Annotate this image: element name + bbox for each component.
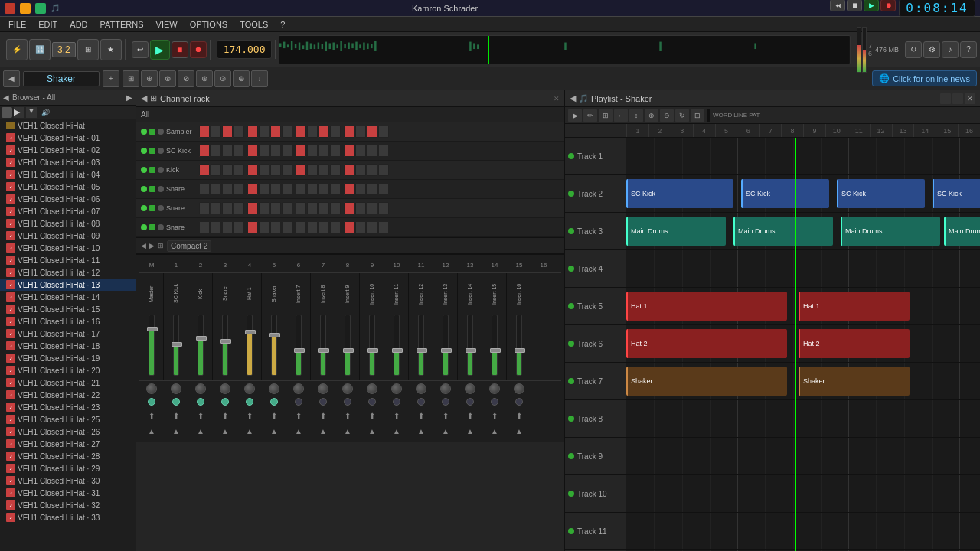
step-btn-steps-snare1-12[interactable] — [344, 183, 354, 195]
step-btn-steps-snare3-11[interactable] — [330, 221, 341, 233]
step-btn-steps-sckick-7[interactable] — [282, 145, 292, 157]
arrow-knob-13[interactable]: ⬆ — [458, 412, 482, 420]
send-dot-10[interactable] — [384, 398, 409, 406]
track-content-10[interactable] — [626, 513, 980, 549]
step-btn-steps-sampler-2[interactable] — [222, 126, 233, 138]
sidebar-item-17[interactable]: ♪VEH1 Closed HiHat · 17 — [0, 328, 136, 340]
send-dot-12[interactable] — [433, 398, 458, 406]
sidebar-tool-3[interactable]: ▼ — [26, 107, 37, 118]
sidebar-tool-2[interactable]: ▶ — [14, 107, 24, 118]
fader-track-14[interactable] — [492, 315, 498, 376]
sidebar-item-30[interactable]: ♪VEH1 Closed HiHat · 31 — [0, 487, 136, 499]
icon-midi[interactable]: ♪ — [942, 41, 959, 58]
send-knob-10[interactable] — [384, 383, 409, 394]
arrow-knob-0[interactable]: ⬆ — [139, 412, 164, 420]
send-knob-5[interactable] — [262, 383, 286, 394]
sidebar-item-22[interactable]: ♪VEH1 Closed HiHat · 22 — [0, 389, 136, 401]
step-btn-steps-sckick-2[interactable] — [222, 145, 233, 157]
sidebar-item-4[interactable]: ♪VEH1 Closed HiHat · 04 — [0, 168, 136, 181]
step-btn-steps-snare1-6[interactable] — [270, 183, 281, 195]
step-btn-steps-snare3-9[interactable] — [307, 221, 318, 233]
step-btn-steps-snare1-10[interactable] — [318, 183, 329, 195]
pattern-block-5-0[interactable]: Hat 2 — [626, 329, 787, 358]
step-btn-steps-snare2-6[interactable] — [270, 202, 281, 214]
send-knob-7[interactable] — [311, 383, 335, 394]
send-knob-4[interactable] — [237, 383, 262, 394]
pattern-block-2-0[interactable]: Main Drums — [626, 217, 726, 246]
sidebar-item-11[interactable]: ♪VEH1 Closed HiHat · 11 — [0, 254, 136, 266]
sidebar-item-28[interactable]: ♪VEH1 Closed HiHat · 29 — [0, 462, 136, 474]
step-btn-steps-kick-2[interactable] — [222, 164, 233, 176]
menu-tools[interactable]: TOOLS — [234, 18, 273, 31]
menu-patterns[interactable]: PATTERNS — [95, 18, 149, 31]
send-knob-9[interactable] — [360, 383, 384, 394]
fader-track-6[interactable] — [296, 315, 302, 376]
fader-track-12[interactable] — [443, 315, 449, 376]
fader-track-3[interactable] — [222, 315, 228, 376]
sidebar-nav-left[interactable]: ◀ — [3, 93, 9, 102]
tri-btn-10[interactable]: ▲ — [384, 427, 409, 435]
pl-tool-5[interactable]: ↕ — [629, 109, 643, 122]
step-btn-steps-snare2-8[interactable] — [296, 202, 306, 214]
send-knob-2[interactable] — [188, 383, 213, 394]
sidebar-item-9[interactable]: ♪VEH1 Closed HiHat · 09 — [0, 230, 136, 242]
step-btn-steps-kick-5[interactable] — [259, 164, 270, 176]
fader-knob-15[interactable] — [514, 348, 525, 353]
inst-add[interactable]: + — [103, 70, 119, 87]
ch-solo-6[interactable] — [158, 224, 164, 230]
pattern-block-5-1[interactable]: Hat 2 — [799, 329, 910, 358]
inst-tb-5[interactable]: ⊛ — [196, 70, 213, 87]
arrow-knob-8[interactable]: ⬆ — [335, 412, 360, 420]
step-btn-steps-kick-9[interactable] — [307, 164, 318, 176]
step-btn-steps-snare2-14[interactable] — [367, 202, 377, 214]
send-dot-5[interactable] — [262, 398, 286, 406]
fader-knob-9[interactable] — [368, 348, 378, 353]
send-knob-13[interactable] — [458, 383, 482, 394]
fader-track-5[interactable] — [271, 315, 277, 376]
step-btn-steps-snare2-1[interactable] — [211, 202, 221, 214]
step-btn-steps-snare3-13[interactable] — [355, 221, 366, 233]
tri-btn-0[interactable]: ▲ — [139, 427, 164, 435]
step-btn-steps-sckick-15[interactable] — [378, 145, 389, 157]
step-btn-steps-kick-13[interactable] — [355, 164, 366, 176]
channel-rack-arrow[interactable]: ◀ — [141, 93, 147, 103]
step-btn-steps-kick-3[interactable] — [234, 164, 244, 176]
step-btn-steps-snare3-10[interactable] — [318, 221, 329, 233]
play-button[interactable]: ▶ — [864, 0, 879, 11]
step-btn-steps-snare2-4[interactable] — [247, 202, 258, 214]
step-btn-steps-sampler-0[interactable] — [199, 126, 210, 138]
sidebar-item-25[interactable]: ♪VEH1 Closed HiHat · 26 — [0, 425, 136, 438]
send-dot-6[interactable] — [286, 398, 311, 406]
track-content-1[interactable]: SC KickSC KickSC KickSC Kick — [626, 175, 980, 212]
fader-track-9[interactable] — [369, 315, 375, 376]
send-knob-11[interactable] — [409, 383, 433, 394]
step-btn-steps-sampler-6[interactable] — [270, 126, 281, 138]
step-btn-steps-snare2-2[interactable] — [222, 202, 233, 214]
step-btn-steps-snare3-14[interactable] — [367, 221, 377, 233]
send-knob-8[interactable] — [335, 383, 360, 394]
step-btn-steps-sckick-13[interactable] — [355, 145, 366, 157]
inst-tb-1[interactable]: ⊞ — [122, 70, 139, 87]
pattern-block-6-0[interactable]: Shaker — [626, 367, 787, 396]
step-btn-steps-sckick-5[interactable] — [259, 145, 270, 157]
tri-btn-5[interactable]: ▲ — [262, 427, 286, 435]
sidebar-item-8[interactable]: ♪VEH1 Closed HiHat · 08 — [0, 217, 136, 230]
arrow-knob-6[interactable]: ⬆ — [286, 412, 311, 420]
fader-knob-0[interactable] — [147, 327, 158, 331]
track-content-4[interactable]: Hat 1Hat 1 — [626, 288, 980, 324]
sidebar-item-7[interactable]: ♪VEH1 Closed HiHat · 07 — [0, 205, 136, 217]
step-btn-steps-snare3-8[interactable] — [296, 221, 306, 233]
inst-tb-6[interactable]: ⊙ — [214, 70, 231, 87]
step-btn-steps-kick-1[interactable] — [211, 164, 221, 176]
step-btn-steps-snare2-10[interactable] — [318, 202, 329, 214]
step-btn-steps-kick-4[interactable] — [247, 164, 258, 176]
step-btn-steps-kick-6[interactable] — [270, 164, 281, 176]
step-btn-steps-snare1-2[interactable] — [222, 183, 233, 195]
fader-knob-4[interactable] — [245, 330, 256, 334]
step-btn-steps-snare1-5[interactable] — [259, 183, 270, 195]
transport-icon-4[interactable]: ★ — [100, 39, 122, 60]
sidebar-item-18[interactable]: ♪VEH1 Closed HiHat · 18 — [0, 340, 136, 352]
sidebar-nav-right[interactable]: ▶ — [126, 93, 132, 102]
step-btn-steps-sckick-9[interactable] — [307, 145, 318, 157]
pattern-block-1-3[interactable]: SC Kick — [933, 179, 980, 208]
